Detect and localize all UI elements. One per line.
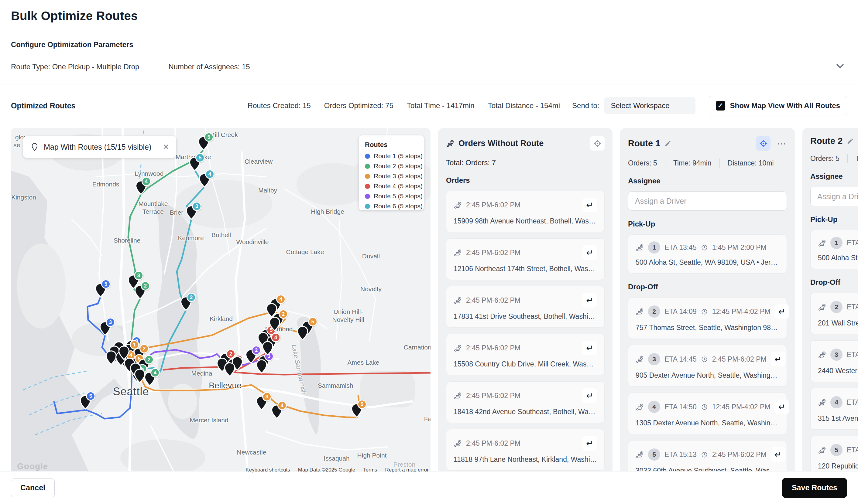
stop-eta: ETA 15:0 — [847, 399, 858, 407]
stop-number-badge: 3 — [106, 318, 115, 327]
return-order-button[interactable]: ↵ — [583, 341, 597, 355]
map-place-label: Newcastle — [237, 449, 267, 456]
map-place-label: Edmonds — [92, 181, 120, 188]
return-order-button[interactable]: ↵ — [775, 304, 789, 319]
attribution-link[interactable]: Terms — [363, 467, 377, 473]
dropoff-card[interactable]: 3ETA 14:452:45 PM-6:02 PM↵905 Dexter Ave… — [628, 345, 787, 387]
order-card[interactable]: 2:45 PM-6:02 PM↵12106 Northeast 174th St… — [446, 238, 605, 280]
stop-address: 757 Thomas Street, Seattle, Washington 9… — [636, 324, 779, 332]
map-stop-marker[interactable]: 5 — [198, 136, 209, 151]
map-stop-marker[interactable]: 2 — [180, 296, 192, 311]
legend-label: Route 4 (5 stops) — [374, 182, 423, 190]
return-order-button[interactable]: ↵ — [775, 400, 789, 414]
map-stop-marker[interactable]: 3 — [186, 205, 197, 220]
stat-item: Routes Created: 15 — [248, 101, 311, 110]
map-stop-marker[interactable] — [118, 345, 130, 360]
map-stop-marker[interactable]: 2 — [134, 285, 146, 299]
save-routes-button[interactable]: Save Routes — [782, 478, 847, 498]
return-order-button[interactable]: ↵ — [583, 198, 597, 212]
return-order-button[interactable]: ↵ — [771, 352, 785, 367]
map-stop-marker[interactable]: 5 — [80, 395, 91, 410]
pickup-card[interactable]: 1ETA 13:451:45 PM-2:00 PM500 Aloha St, S… — [628, 234, 787, 274]
legend-row: Route 2 (5 stops) — [365, 162, 418, 170]
map-stop-marker[interactable]: 5 — [189, 157, 201, 171]
legend-row: Route 4 (5 stops) — [365, 182, 418, 190]
locate-route-button[interactable] — [756, 136, 770, 151]
route-stats: Orders: 5Ti — [810, 154, 858, 163]
return-order-button[interactable]: ↵ — [771, 447, 785, 462]
attribution-link[interactable]: Map Data ©2025 Google — [298, 467, 355, 473]
return-order-button[interactable]: ↵ — [583, 245, 597, 260]
routes-map[interactable]: glonseMill CreekMartha LakeClearviewMalt… — [11, 128, 430, 474]
footer-bar: Cancel Save Routes — [0, 471, 858, 504]
return-order-button[interactable]: ↵ — [583, 388, 597, 403]
locate-on-map-button[interactable] — [590, 136, 605, 151]
map-stop-marker[interactable]: 3 — [99, 321, 111, 336]
show-map-toggle[interactable]: ✓ Show Map View With All Routes — [709, 96, 847, 115]
map-stop-marker[interactable]: 4 — [135, 180, 147, 195]
order-time-window: 2:45 PM-6:02 PM — [466, 201, 521, 209]
send-to-label: Send to: — [572, 101, 599, 110]
map-stop-marker[interactable] — [262, 341, 273, 356]
map-stop-marker[interactable]: 4 — [199, 173, 210, 188]
map-stop-marker[interactable]: 4 — [144, 372, 156, 386]
route-type-summary: Route Type: One Pickup - Multiple Drop — [11, 63, 139, 71]
edit-route-name-icon[interactable] — [665, 140, 671, 147]
route-icon — [818, 351, 826, 359]
dropoff-card[interactable]: 5ETA 15:132:45 PM-6:02 PM↵3033 60th Aven… — [628, 440, 787, 474]
order-card[interactable]: 2:45 PM-6:02 PM↵11818 97th Lane Northeas… — [446, 429, 605, 471]
map-place-label: High Point — [357, 452, 387, 459]
attribution-link[interactable]: Report a map error — [385, 467, 429, 473]
workspace-select[interactable]: Select Workspace — [604, 97, 696, 114]
dropoff-card[interactable]: 4ETA 15:0↵315 1st Avenue N — [810, 388, 858, 429]
map-stop-marker[interactable] — [224, 362, 236, 377]
return-order-button[interactable]: ↵ — [583, 436, 597, 451]
route-more-menu[interactable]: ⋯ — [777, 138, 787, 149]
order-card[interactable]: 2:45 PM-6:02 PM↵15909 98th Avenue Northe… — [446, 191, 605, 232]
stat-item: Total Time - 1417min — [407, 101, 475, 110]
order-card[interactable]: 2:45 PM-6:02 PM↵17831 41st Drive Southea… — [446, 286, 605, 328]
map-chip[interactable]: Map With Routes (15/15 visible) ✕ — [23, 136, 176, 158]
dropoff-card[interactable]: 2ETA 14:0912:45 PM-4:02 PM↵757 Thomas St… — [628, 297, 787, 339]
route-stat: Distance: 10mi — [728, 159, 774, 167]
map-stop-marker[interactable]: 2 — [245, 349, 257, 364]
map-stop-marker[interactable]: 5 — [95, 283, 106, 297]
map-stop-marker[interactable] — [269, 317, 281, 331]
legend-row: Route 1 (5 stops) — [365, 152, 418, 160]
orders-heading: Orders — [446, 176, 605, 184]
stop-eta: ETA 15:13 — [665, 451, 697, 459]
stop-number-badge: 2 — [144, 355, 154, 364]
assign-driver-input[interactable] — [810, 187, 858, 206]
map-place-label: Issaquah — [323, 455, 349, 462]
map-stop-marker[interactable] — [256, 359, 267, 374]
legend-color-dot — [365, 194, 370, 199]
map-stop-marker[interactable]: 5 — [351, 403, 363, 418]
map-stop-marker[interactable]: 4 — [271, 404, 283, 419]
legend-row: Route 5 (5 stops) — [365, 193, 418, 200]
route-icon — [446, 140, 454, 148]
dropoff-card[interactable]: 2ETA 14:4↵201 Wall Street, — [810, 293, 858, 334]
show-map-checkbox[interactable]: ✓ — [716, 101, 725, 111]
cancel-button[interactable]: Cancel — [11, 478, 55, 497]
assign-driver-input[interactable] — [628, 191, 787, 211]
map-stop-marker[interactable] — [134, 369, 145, 383]
dropoff-card[interactable]: 5ETA 15:0↵120 Republican S — [810, 436, 858, 474]
pickup-card[interactable]: 1ETA 13:4500 Aloha St, Se — [810, 230, 858, 269]
order-card[interactable]: 2:45 PM-6:02 PM↵15508 Country Club Drive… — [446, 334, 605, 375]
stop-address: 1305 Dexter Avenue North, Seattle, Washi… — [636, 419, 779, 427]
dropoff-card[interactable]: 3ETA 14:5↵2440 Western A — [810, 340, 858, 382]
attribution-link[interactable]: Keyboard shortcuts — [245, 467, 290, 473]
map-stop-marker[interactable] — [297, 326, 308, 340]
orders-without-route-panel: Orders Without Route Total: Orders: 7 Or… — [438, 128, 613, 474]
return-order-button[interactable]: ↵ — [583, 293, 597, 308]
close-icon[interactable]: ✕ — [163, 143, 169, 151]
edit-route-name-icon[interactable] — [847, 137, 854, 145]
expand-parameters-button[interactable] — [833, 60, 847, 74]
map-stop-marker[interactable] — [266, 303, 277, 318]
map-place-label: Brier — [170, 209, 183, 216]
dropoff-card[interactable]: 4ETA 14:5012:45 PM-4:02 PM↵1305 Dexter A… — [628, 393, 787, 434]
map-stop-marker[interactable]: 3 — [256, 395, 267, 410]
order-card[interactable]: 2:45 PM-6:02 PM↵18418 42nd Avenue Southe… — [446, 381, 605, 423]
route-icon — [818, 239, 826, 247]
route-panel-1: Route 1⋯Orders: 5Time: 94minDistance: 10… — [620, 128, 795, 474]
